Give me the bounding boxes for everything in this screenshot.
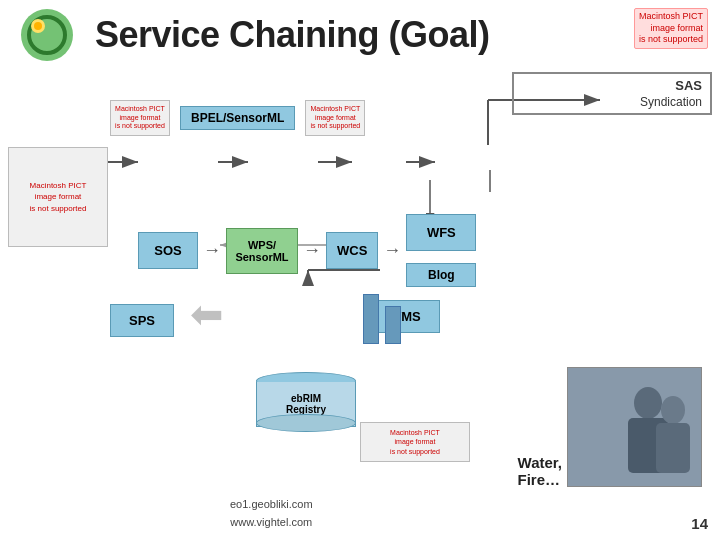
- wps-to-wcs-arrow: →: [298, 245, 326, 257]
- syndication-label: Syndication: [522, 95, 702, 109]
- cylinder-bottom: [256, 414, 356, 432]
- logo-icon: [20, 8, 75, 63]
- wcs-box: WCS: [326, 232, 378, 269]
- left-pict-placeholder: Macintosh PICTimage formatis not support…: [8, 147, 108, 247]
- bar-1: [363, 294, 379, 344]
- bpel-sensorml-box: BPEL/SensorML: [180, 106, 295, 130]
- footer-line1: eo1.geobliki.com: [230, 495, 313, 514]
- wcs-to-wfs-arrow: →: [378, 245, 406, 257]
- bar-2: [385, 306, 401, 344]
- flow-row: SOS → WPS/ SensorML → WCS → WFS Blog: [138, 214, 476, 287]
- main-content: SAS Syndication Macintosh PICTimage form…: [0, 72, 720, 540]
- pict-placeholder-left-bpel: Macintosh PICTimage formatis not support…: [110, 100, 170, 136]
- sos-to-wps-arrow: →: [198, 245, 226, 257]
- ebrim-label: ebRIMRegistry: [286, 393, 326, 415]
- sps-box: SPS: [110, 304, 174, 337]
- header: Service Chaining (Goal) Macintosh PICT i…: [0, 0, 720, 70]
- pict-placeholder-ebrim: Macintosh PICTimage formatis not support…: [360, 422, 470, 462]
- wps-sensorml-box: WPS/ SensorML: [226, 228, 298, 274]
- left-hollow-arrow-icon: ⬅: [190, 294, 224, 334]
- photo-placeholder: [567, 367, 702, 487]
- svg-point-21: [661, 396, 685, 424]
- pict-placeholder-right-bpel: Macintosh PICTimage formatis not support…: [305, 100, 365, 136]
- vertical-bars: [363, 294, 401, 344]
- page-number: 14: [691, 515, 708, 532]
- water-fire-label: Water, Fire…: [518, 454, 562, 488]
- sas-label: SAS: [522, 78, 702, 93]
- bpel-row: Macintosh PICTimage formatis not support…: [110, 100, 365, 136]
- footer-line2: www.vightel.com: [230, 513, 313, 532]
- svg-rect-22: [656, 423, 690, 473]
- sos-box: SOS: [138, 232, 198, 269]
- wfs-blog-group: WFS Blog: [406, 214, 476, 287]
- svg-point-17: [34, 22, 42, 30]
- svg-point-19: [634, 387, 662, 419]
- blog-box: Blog: [406, 263, 476, 287]
- wfs-box: WFS: [406, 214, 476, 251]
- sas-syndication-box: SAS Syndication: [512, 72, 712, 115]
- footer: eo1.geobliki.com www.vightel.com: [230, 495, 313, 532]
- top-right-badge: Macintosh PICT image format is not suppo…: [634, 8, 708, 49]
- page-title: Service Chaining (Goal): [95, 14, 490, 56]
